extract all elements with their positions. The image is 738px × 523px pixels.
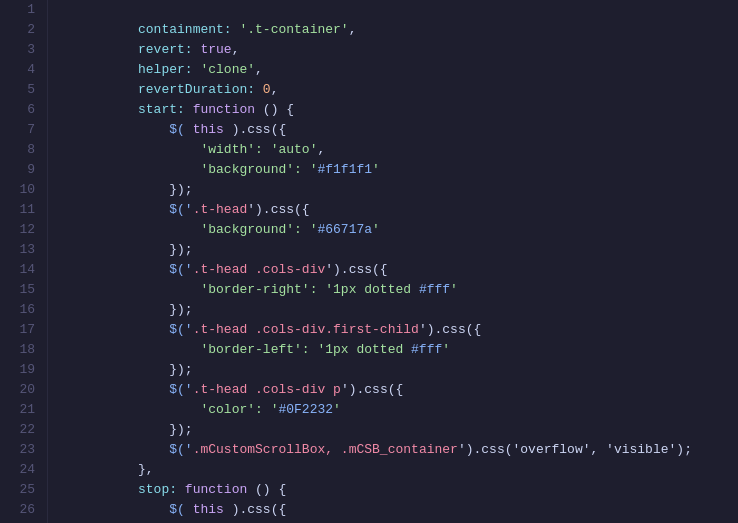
code-editor: 1 2 3 4 5 6 7 8 9 10 11 12 13 14 15 16 1… — [0, 0, 738, 523]
line-numbers: 1 2 3 4 5 6 7 8 9 10 11 12 13 14 15 16 1… — [0, 0, 48, 523]
code-lines: containment: '.t-container', revert: tru… — [48, 0, 738, 523]
code-line: stop: function () { — [60, 460, 738, 480]
code-line: containment: '.t-container', — [60, 0, 738, 20]
